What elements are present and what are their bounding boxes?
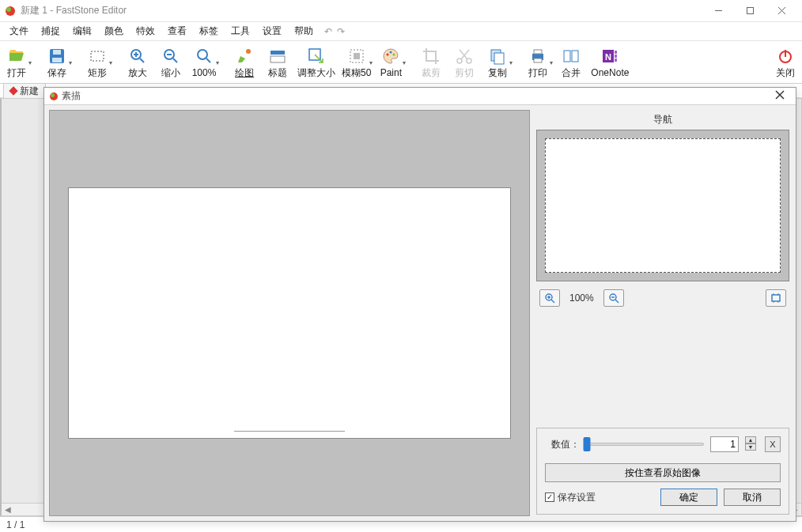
value-input[interactable] [710,436,739,452]
blur50-button[interactable]: 模糊50▾ [339,42,374,83]
save-settings-checkbox[interactable]: ✓ 保存设置 [545,491,596,504]
folder-open-icon [7,47,26,66]
save-icon [47,47,66,66]
svg-text:N: N [605,52,611,62]
dialog-app-icon [49,92,59,101]
navigator-viewport[interactable] [545,138,781,273]
dialog-side-panel: 导航 100% 数值： [530,105,796,521]
draw-button[interactable]: 绘图 [228,42,261,83]
svg-point-27 [393,53,395,55]
menu-file[interactable]: 文件 [3,22,35,40]
crop-button[interactable]: 裁剪 [414,42,448,83]
title-icon [268,47,287,66]
slider-thumb[interactable] [584,437,591,451]
nav-zoom-in-button[interactable] [539,289,560,307]
tab-new-1[interactable]: 新建 [3,83,46,99]
dialog-close-button[interactable] [769,90,791,102]
cut-button[interactable]: 剪切 [448,42,481,83]
svg-point-26 [390,51,392,53]
save-button[interactable]: 保存▾ [40,42,74,83]
page-indicator: 1 / 1 [6,519,25,530]
ok-button[interactable]: 确定 [660,489,717,506]
svg-rect-35 [564,51,570,62]
svg-rect-34 [534,58,542,62]
zoom-100-button[interactable]: 100%▾ [187,42,221,83]
draw-icon [235,47,254,66]
svg-rect-3 [747,8,753,14]
menu-settings[interactable]: 设置 [256,22,288,40]
svg-rect-8 [52,58,62,62]
checkbox-check-icon: ✓ [545,492,554,502]
copy-icon [488,47,507,66]
copy-button[interactable]: 复制▾ [481,42,514,83]
minimize-button[interactable] [702,1,734,21]
svg-rect-41 [615,58,617,62]
zoom-out-button[interactable]: 缩小 [154,42,187,83]
merge-icon [562,47,581,66]
zoom-in-button[interactable]: 放大 [121,42,154,83]
svg-rect-21 [270,56,285,62]
cancel-button[interactable]: 取消 [724,489,781,506]
menubar: 文件 捕捉 编辑 颜色 特效 查看 标签 工具 设置 帮助 ↶ ↷ [0,22,802,41]
undo-icon[interactable]: ↶ [324,26,332,37]
svg-rect-9 [91,51,104,61]
svg-rect-36 [572,51,578,62]
window-titlebar: 新建 1 - FastStone Editor [0,0,802,22]
paint-button[interactable]: Paint▾ [374,42,407,83]
svg-rect-55 [772,295,780,301]
zoom-in-icon [128,47,147,66]
svg-rect-39 [615,51,617,54]
save-settings-label: 保存设置 [558,491,596,504]
svg-rect-31 [494,53,504,64]
menu-tools[interactable]: 工具 [225,22,256,40]
value-step-up[interactable]: ▲ [745,436,756,443]
svg-rect-7 [53,50,61,55]
svg-rect-33 [534,50,542,54]
value-slider[interactable] [586,443,704,446]
open-button[interactable]: 打开▾ [0,42,33,83]
scroll-left-icon[interactable]: ◀ [2,505,14,514]
preview-panel [49,110,530,516]
menu-effects[interactable]: 特效 [130,22,161,40]
menu-capture[interactable]: 捕捉 [35,22,66,40]
print-button[interactable]: 打印▾ [521,42,554,83]
svg-point-19 [246,49,251,54]
resize-icon [307,47,326,66]
menu-help[interactable]: 帮助 [288,22,320,40]
svg-point-17 [198,50,207,59]
scissors-icon [455,47,474,66]
redo-icon[interactable]: ↷ [337,26,345,37]
merge-button[interactable]: 合并 [554,42,588,83]
menu-color[interactable]: 颜色 [98,22,130,40]
preview-mark [234,431,345,432]
maximize-button[interactable] [734,1,766,21]
value-reset-button[interactable]: X [765,436,781,452]
resize-button[interactable]: 调整大小 [294,42,339,83]
svg-line-53 [615,300,619,303]
nav-zoom-level: 100% [565,292,599,304]
preview-image [68,187,511,439]
power-icon [776,47,795,66]
onenote-button[interactable]: N OneNote [588,42,632,83]
rect-button[interactable]: 矩形▾ [81,42,114,83]
settings-panel: 数值： ▲ ▼ X 按住查看原始图像 ✓ 保存设置 [536,428,789,515]
menu-tags[interactable]: 标签 [193,22,225,40]
nav-zoom-fit-button[interactable] [766,289,786,307]
onenote-icon: N [600,47,619,66]
window-close-button[interactable] [766,1,797,21]
menu-edit[interactable]: 编辑 [66,22,98,40]
dialog-titlebar: 素描 [44,88,796,105]
svg-point-1 [6,7,11,12]
value-step-down[interactable]: ▼ [745,443,756,451]
dialog-title: 素描 [62,89,769,103]
title-button[interactable]: 标题 [261,42,294,83]
zoom-100-icon [195,47,214,66]
printer-icon [528,47,547,66]
close-app-button[interactable]: 关闭 [769,42,802,83]
hold-original-button[interactable]: 按住查看原始图像 [545,463,781,482]
nav-zoom-out-button[interactable] [603,289,624,307]
menu-view[interactable]: 查看 [161,22,193,40]
window-title: 新建 1 - FastStone Editor [21,4,702,17]
svg-point-45 [51,93,55,97]
navigator-box [536,130,789,281]
